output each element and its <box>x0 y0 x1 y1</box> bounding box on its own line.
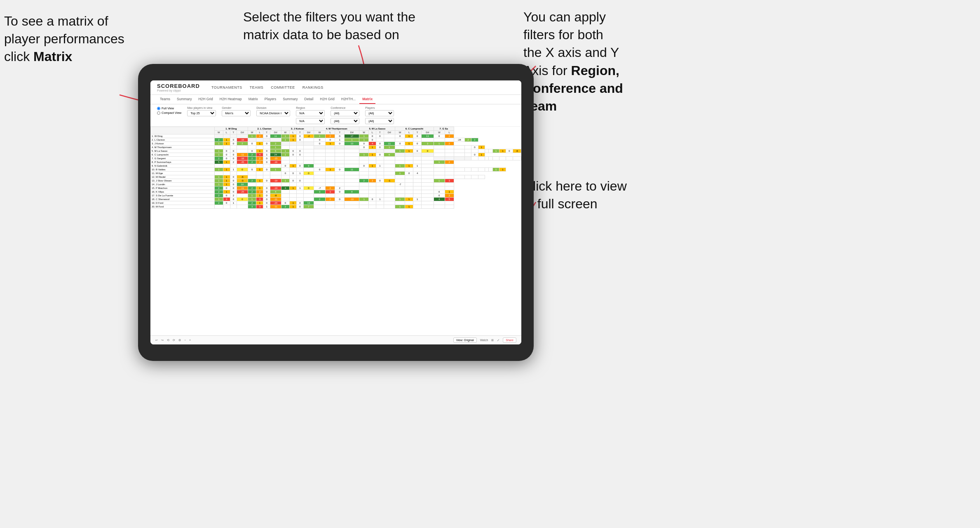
player-name-5: 6. C Lamprecht <box>151 153 215 157</box>
cell-r3-c18: 0 <box>376 146 384 149</box>
tab-h2h-grid[interactable]: H2H Grid <box>195 95 216 104</box>
max-players-select[interactable]: Top 25 <box>187 110 216 116</box>
tab-h2hth[interactable]: H2HTH... <box>338 95 359 104</box>
cell-r13-c20: -7 <box>395 183 405 186</box>
refresh-icon[interactable]: ⟳ <box>173 339 175 342</box>
nav-tournaments[interactable]: TOURNAMENTS <box>211 85 242 90</box>
cell-r5-c25 <box>445 153 454 157</box>
cell-r12-c22 <box>413 179 422 183</box>
max-players-filter: Max players in view Top 25 <box>187 106 216 116</box>
cell-r3-c6 <box>263 146 270 149</box>
cell-r7-c15 <box>345 160 359 164</box>
player-name-13: 14. J Lundin <box>151 183 215 186</box>
cell-r7-c14 <box>335 160 345 164</box>
cell-r10-c2 <box>230 172 237 175</box>
cell-r5-c24 <box>434 153 445 157</box>
cell-r0-c22: 0 <box>413 134 422 138</box>
cell-r11-c21 <box>405 175 413 179</box>
players-select[interactable]: (All) <box>365 110 394 116</box>
cell-r7-c7: -16 <box>270 160 281 164</box>
nav-committee[interactable]: COMMITTEE <box>271 85 295 90</box>
gender-select[interactable]: Men's <box>222 110 251 116</box>
cell-r0-c7: 11 <box>270 134 281 138</box>
share-button[interactable]: Share <box>503 337 516 343</box>
settings-icon[interactable]: ⚙ <box>178 339 181 342</box>
cell-r2-c12: 0 <box>314 142 325 146</box>
zoom-out-icon[interactable]: − <box>184 339 186 342</box>
fullscreen-icon[interactable]: ⤢ <box>497 339 499 342</box>
cell-r19-c1 <box>223 205 230 209</box>
cell-r9-c12: 0 <box>314 168 325 172</box>
cell-r12-c21 <box>405 179 413 183</box>
cell-r18-c10: 0 <box>297 201 304 205</box>
player-name-19: 20. M Ford <box>151 205 215 209</box>
cell-r16-c13 <box>326 194 335 198</box>
view-original-button[interactable]: View: Original <box>453 337 477 343</box>
redo-icon[interactable]: ↪ <box>161 339 164 342</box>
cell-r17-c19 <box>384 198 395 201</box>
cell-r7-c11 <box>303 160 314 164</box>
players-select2[interactable]: (All) <box>365 118 394 124</box>
cell-r17-c18: 1 <box>376 198 384 201</box>
watch-button[interactable]: Watch <box>480 339 488 342</box>
player-name-16: 17. S De La Fuente <box>151 194 215 198</box>
cell-r11-c24 <box>434 175 445 179</box>
tab-detail[interactable]: Detail <box>302 95 317 104</box>
cell-r17-c16: 1 <box>359 198 369 201</box>
cell-r1-c20 <box>395 138 405 142</box>
cell-r8-c17: 1 <box>368 164 376 168</box>
cell-r6-c32 <box>493 157 499 160</box>
tab-h2h-grid2[interactable]: H2H Grid <box>317 95 337 104</box>
cell-r1-c18 <box>376 138 384 142</box>
cell-r6-c13 <box>326 157 335 160</box>
cell-r0-c9: 1 <box>290 134 297 138</box>
cell-r7-c17 <box>368 160 376 164</box>
conference-select2[interactable]: (All) <box>331 118 359 124</box>
cell-r3-c17: 1 <box>368 146 376 149</box>
tab-summary2[interactable]: Summary <box>280 95 300 104</box>
ann-left-line3: click <box>4 49 33 64</box>
cell-r6-c7: -15 <box>270 157 281 160</box>
cell-r4-c16 <box>359 149 369 153</box>
cell-r2-c22: 0 <box>413 142 422 146</box>
full-view-radio[interactable]: Full View <box>157 106 181 110</box>
cell-r5-c26 <box>454 153 464 157</box>
region-select2[interactable]: N/A <box>296 118 325 124</box>
cell-r3-c22 <box>413 146 422 149</box>
cell-r17-c1: 3 <box>223 198 230 201</box>
nav-rankings[interactable]: RANKINGS <box>302 85 324 90</box>
cell-r5-c9: 0 <box>290 153 297 157</box>
cell-r15-c19 <box>384 190 395 194</box>
undo2-icon[interactable]: ⟲ <box>167 339 169 342</box>
cell-r16-c19 <box>384 194 395 198</box>
conference-select[interactable]: (All) <box>331 110 359 116</box>
cell-r10-c4 <box>248 172 256 175</box>
ann-br-l2: in full screen <box>523 196 598 211</box>
col-header-7: 7. G Sa <box>434 127 454 131</box>
tab-players[interactable]: Players <box>262 95 279 104</box>
cell-r11-c20 <box>395 175 405 179</box>
region-select[interactable]: N/A <box>296 110 325 116</box>
cell-r17-c15: -10 <box>345 198 359 201</box>
cell-r6-c1: 0 <box>223 157 230 160</box>
cell-r10-c3 <box>237 172 248 175</box>
cell-r6-c33 <box>499 157 506 160</box>
division-select[interactable]: NCAA Division I <box>256 110 290 116</box>
sub-t2: T <box>263 131 270 134</box>
tab-summary[interactable]: Summary <box>174 95 195 104</box>
screen-icon[interactable]: ⊞ <box>491 339 494 342</box>
compact-view-radio[interactable]: Compact View <box>157 111 181 115</box>
nav-teams[interactable]: TEAMS <box>250 85 264 90</box>
cell-r4-c33: 1 <box>499 149 506 153</box>
cell-r17-c0: 1 <box>215 198 223 201</box>
cell-r11-c29 <box>478 175 485 179</box>
tab-h2h-heatmap[interactable]: H2H Heatmap <box>217 95 245 104</box>
undo-icon[interactable]: ↩ <box>155 339 158 342</box>
tab-teams[interactable]: Teams <box>157 95 173 104</box>
tab-matrix[interactable]: Matrix <box>246 95 261 104</box>
cell-r9-c18 <box>376 168 384 172</box>
tab-matrix-active[interactable]: Matrix <box>359 95 375 104</box>
conference-filter: Conference (All) (All) <box>331 106 359 124</box>
zoom-in-icon[interactable]: + <box>189 339 191 342</box>
cell-r2-c0: 1 <box>215 142 223 146</box>
